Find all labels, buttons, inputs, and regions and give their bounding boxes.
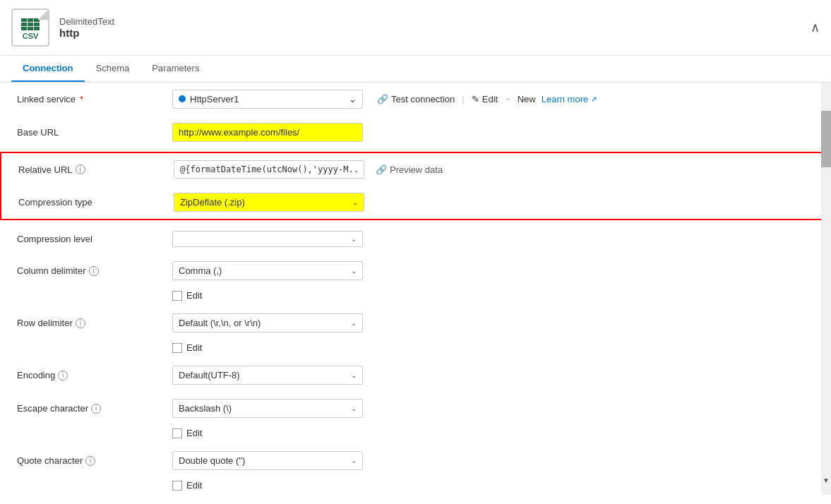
compression-type-controls: ZipDeflate (.zip) ⌄	[174, 193, 813, 212]
row-delimiter-info-icon[interactable]: i	[76, 318, 85, 328]
row-delimiter-edit-row: Edit	[0, 340, 831, 359]
chevron-down-icon: ⌄	[351, 235, 357, 243]
escape-character-label: Escape character i	[17, 403, 172, 414]
encoding-info-icon[interactable]: i	[58, 371, 68, 380]
tab-parameters[interactable]: Parameters	[141, 56, 210, 82]
new-linked-service-button[interactable]: New	[518, 94, 536, 104]
highlighted-section: Relative URL i 🔗 Preview data Compressio…	[0, 152, 831, 220]
linked-service-row: Linked service * HttpServer1 ⌄ 🔗 Test co…	[0, 83, 831, 116]
escape-character-info-icon[interactable]: i	[91, 404, 101, 414]
tab-schema[interactable]: Schema	[85, 56, 141, 82]
escape-character-select[interactable]: Backslash (\) ⌄	[172, 399, 363, 418]
escape-character-edit-checkbox[interactable]	[172, 428, 182, 438]
encoding-label: Encoding i	[17, 370, 172, 380]
base-url-label: Base URL	[17, 127, 172, 138]
file-type: DelimitedText	[59, 16, 114, 27]
icon-label: CSV	[23, 32, 39, 40]
base-url-input[interactable]	[172, 123, 363, 142]
column-delimiter-select[interactable]: Comma (,) ⌄	[172, 261, 363, 280]
scrollbar-track[interactable]: ▼	[821, 83, 831, 495]
encoding-select[interactable]: Default(UTF-8) ⌄	[172, 366, 363, 385]
escape-character-edit-row: Edit	[0, 425, 831, 444]
external-link-icon: ➚	[591, 95, 597, 104]
learn-more-link[interactable]: Learn more ➚	[542, 94, 597, 104]
column-delimiter-info-icon[interactable]: i	[89, 266, 99, 276]
chevron-down-icon: ⌄	[349, 94, 357, 104]
compression-level-controls: ⌄	[172, 231, 814, 247]
chevron-down-icon: ⌄	[352, 198, 358, 206]
linked-service-controls: HttpServer1 ⌄ 🔗 Test connection | ✎ Edit…	[172, 90, 814, 109]
status-dot	[179, 95, 186, 102]
chevron-down-icon: ⌄	[351, 319, 357, 327]
connection-name: http	[59, 27, 114, 39]
relative-url-label: Relative URL i	[18, 164, 174, 175]
column-delimiter-edit-checkbox[interactable]	[172, 291, 182, 301]
chevron-down-icon: ⌄	[351, 404, 357, 412]
edit-icon: ✎	[472, 94, 479, 104]
column-delimiter-label: Column delimiter i	[17, 265, 172, 276]
quote-character-label: Quote character i	[17, 455, 172, 466]
row-delimiter-row: Row delimiter i Default (\r,\n, or \r\n)…	[0, 306, 831, 340]
column-delimiter-controls: Comma (,) ⌄	[172, 261, 814, 280]
file-icon: CSV	[11, 8, 49, 47]
column-delimiter-edit-row: Edit	[0, 287, 831, 306]
connection-icon: 🔗	[377, 94, 388, 104]
edit-linked-service-button[interactable]: ✎ Edit	[472, 94, 498, 104]
row-delimiter-select[interactable]: Default (\r,\n, or \r\n) ⌄	[172, 313, 363, 332]
row-delimiter-label: Row delimiter i	[17, 318, 172, 328]
base-url-row: Base URL	[0, 116, 831, 149]
compression-level-select[interactable]: ⌄	[172, 231, 363, 247]
quote-character-edit-row: Edit	[0, 477, 831, 495]
header: CSV DelimitedText http ∧	[0, 0, 831, 56]
tab-connection[interactable]: Connection	[11, 56, 85, 82]
relative-url-controls: 🔗 Preview data	[174, 160, 813, 179]
quote-character-info-icon[interactable]: i	[85, 456, 95, 466]
test-connection-button[interactable]: 🔗 Test connection	[377, 94, 455, 104]
relative-url-info-icon[interactable]: i	[76, 164, 85, 174]
chevron-down-icon: ⌄	[351, 267, 357, 275]
chevron-down-icon: ⌄	[351, 371, 357, 379]
collapse-button[interactable]: ∧	[811, 20, 820, 35]
header-info: DelimitedText http	[59, 16, 114, 39]
scrollbar-thumb[interactable]	[821, 111, 831, 167]
scrollbar-down-arrow[interactable]: ▼	[821, 475, 831, 485]
relative-url-row: Relative URL i 🔗 Preview data	[1, 153, 830, 186]
encoding-row: Encoding i Default(UTF-8) ⌄	[0, 359, 831, 392]
compression-level-label: Compression level	[17, 234, 172, 244]
form-content: Linked service * HttpServer1 ⌄ 🔗 Test co…	[0, 83, 831, 495]
quote-character-controls: Double quote (") ⌄	[172, 451, 814, 470]
encoding-controls: Default(UTF-8) ⌄	[172, 366, 814, 385]
compression-type-label: Compression type	[18, 197, 174, 208]
compression-type-row: Compression type ZipDeflate (.zip) ⌄	[1, 186, 830, 219]
relative-url-input[interactable]	[174, 160, 364, 179]
quote-character-row: Quote character i Double quote (") ⌄	[0, 444, 831, 477]
escape-character-row: Escape character i Backslash (\) ⌄	[0, 392, 831, 425]
row-delimiter-controls: Default (\r,\n, or \r\n) ⌄	[172, 313, 814, 332]
base-url-controls	[172, 123, 814, 142]
row-delimiter-edit-checkbox[interactable]	[172, 343, 182, 353]
preview-data-button[interactable]: 🔗 Preview data	[376, 164, 443, 175]
tab-bar: Connection Schema Parameters	[0, 56, 831, 83]
compression-level-row: Compression level ⌄	[0, 223, 831, 254]
compression-type-select[interactable]: ZipDeflate (.zip) ⌄	[174, 193, 364, 212]
quote-character-edit-checkbox[interactable]	[172, 481, 182, 491]
escape-character-controls: Backslash (\) ⌄	[172, 399, 814, 418]
chain-icon: 🔗	[376, 164, 387, 175]
column-delimiter-row: Column delimiter i Comma (,) ⌄	[0, 254, 831, 287]
chevron-down-icon: ⌄	[351, 457, 357, 464]
linked-service-label: Linked service *	[17, 94, 172, 104]
quote-character-select[interactable]: Double quote (") ⌄	[172, 451, 363, 470]
linked-service-select[interactable]: HttpServer1 ⌄	[172, 90, 363, 109]
